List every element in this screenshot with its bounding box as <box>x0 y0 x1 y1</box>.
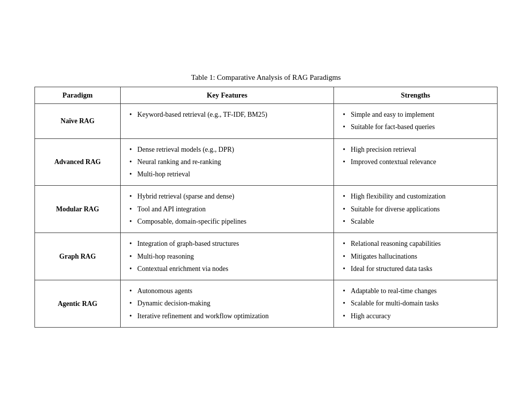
strengths-cell-4: Adaptable to real-time changesScalable f… <box>334 280 498 328</box>
feature-item-3-2: Contextual enrichment via nodes <box>129 264 326 274</box>
strength-item-0-0: Simple and easy to implement <box>342 110 489 120</box>
feature-item-2-1: Tool and API integration <box>129 204 326 214</box>
paradigm-cell-3: Graph RAG <box>35 233 121 280</box>
table-row: Graph RAGIntegration of graph-based stru… <box>35 233 498 280</box>
paradigm-cell-4: Agentic RAG <box>35 280 121 328</box>
feature-item-4-2: Iterative refinement and workflow optimi… <box>129 311 326 321</box>
feature-item-3-0: Integration of graph-based structures <box>129 239 326 249</box>
table-header-row: Paradigm Key Features Strengths <box>35 87 498 103</box>
feature-item-4-0: Autonomous agents <box>129 286 326 296</box>
strengths-cell-3: Relational reasoning capabilitiesMitigat… <box>334 233 498 280</box>
strengths-list-0: Simple and easy to implementSuitable for… <box>342 110 489 133</box>
table-row: Agentic RAGAutonomous agentsDynamic deci… <box>35 280 498 328</box>
strength-item-3-2: Ideal for structured data tasks <box>342 264 489 274</box>
features-cell-4: Autonomous agentsDynamic decision-making… <box>120 280 333 328</box>
table-title: Table 1: Comparative Analysis of RAG Par… <box>34 73 498 82</box>
feature-item-1-1: Neural ranking and re-ranking <box>129 157 326 167</box>
feature-item-1-2: Multi-hop retrieval <box>129 169 326 179</box>
feature-item-0-0: Keyword-based retrieval (e.g., TF-IDF, B… <box>129 110 326 120</box>
strengths-list-2: High flexibility and customizationSuitab… <box>342 192 489 227</box>
features-cell-2: Hybrid retrieval (sparse and dense)Tool … <box>120 186 333 233</box>
feature-item-4-1: Dynamic decision-making <box>129 299 326 308</box>
strength-item-3-0: Relational reasoning capabilities <box>342 239 489 249</box>
paradigm-cell-1: Advanced RAG <box>35 138 121 186</box>
table-row: Advanced RAGDense retrieval models (e.g.… <box>35 138 498 186</box>
strength-item-0-1: Suitable for fact-based queries <box>342 122 489 132</box>
strength-item-2-2: Scalable <box>342 217 489 227</box>
strength-item-3-1: Mitigates hallucinations <box>342 252 489 262</box>
features-list-4: Autonomous agentsDynamic decision-making… <box>129 286 326 321</box>
page-wrapper: Table 1: Comparative Analysis of RAG Par… <box>20 64 512 337</box>
header-paradigm: Paradigm <box>35 87 121 103</box>
header-key-features: Key Features <box>120 87 333 103</box>
features-cell-1: Dense retrieval models (e.g., DPR)Neural… <box>120 138 333 186</box>
strength-item-2-0: High flexibility and customization <box>342 192 489 201</box>
strengths-list-1: High precision retrievalImproved context… <box>342 145 489 167</box>
strengths-list-3: Relational reasoning capabilitiesMitigat… <box>342 239 489 274</box>
paradigm-cell-2: Modular RAG <box>35 186 121 233</box>
strengths-cell-2: High flexibility and customizationSuitab… <box>334 186 498 233</box>
strengths-cell-0: Simple and easy to implementSuitable for… <box>334 103 498 138</box>
strength-item-4-0: Adaptable to real-time changes <box>342 286 489 296</box>
features-cell-3: Integration of graph-based structuresMul… <box>120 233 333 280</box>
features-list-2: Hybrid retrieval (sparse and dense)Tool … <box>129 192 326 227</box>
features-cell-0: Keyword-based retrieval (e.g., TF-IDF, B… <box>120 103 333 138</box>
strength-item-4-1: Scalable for multi-domain tasks <box>342 299 489 308</box>
strength-item-1-1: Improved contextual relevance <box>342 157 489 167</box>
strength-item-4-2: High accuracy <box>342 311 489 321</box>
feature-item-3-1: Multi-hop reasoning <box>129 252 326 262</box>
strength-item-2-1: Suitable for diverse applications <box>342 204 489 214</box>
features-list-1: Dense retrieval models (e.g., DPR)Neural… <box>129 145 326 180</box>
strengths-list-4: Adaptable to real-time changesScalable f… <box>342 286 489 321</box>
paradigm-cell-0: Naïve RAG <box>35 103 121 138</box>
header-strengths: Strengths <box>334 87 498 103</box>
strengths-cell-1: High precision retrievalImproved context… <box>334 138 498 186</box>
features-list-3: Integration of graph-based structuresMul… <box>129 239 326 274</box>
comparison-table: Paradigm Key Features Strengths Naïve RA… <box>34 87 498 328</box>
feature-item-2-0: Hybrid retrieval (sparse and dense) <box>129 192 326 201</box>
table-row: Naïve RAGKeyword-based retrieval (e.g., … <box>35 103 498 138</box>
features-list-0: Keyword-based retrieval (e.g., TF-IDF, B… <box>129 110 326 120</box>
table-row: Modular RAGHybrid retrieval (sparse and … <box>35 186 498 233</box>
feature-item-2-2: Composable, domain-specific pipelines <box>129 217 326 227</box>
strength-item-1-0: High precision retrieval <box>342 145 489 155</box>
feature-item-1-0: Dense retrieval models (e.g., DPR) <box>129 145 326 155</box>
